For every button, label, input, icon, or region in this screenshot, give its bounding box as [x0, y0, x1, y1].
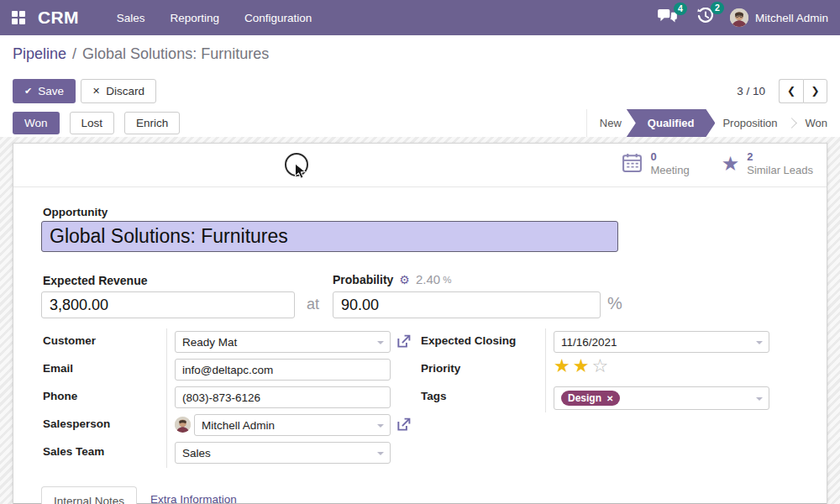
meeting-stat-button[interactable]: 0 Meeting [622, 150, 689, 177]
stage-proposition[interactable]: Proposition [710, 109, 790, 137]
user-avatar [730, 8, 748, 27]
pager-previous-button[interactable]: ❮ [779, 79, 803, 103]
user-menu[interactable]: Mitchell Admin [730, 8, 828, 27]
user-name: Mitchell Admin [755, 12, 828, 24]
phone-input[interactable] [175, 386, 391, 408]
expected-revenue-input[interactable] [41, 291, 295, 318]
status-row: Won Lost Enrich New Qualified Propositio… [0, 109, 840, 137]
stage-new[interactable]: New [587, 109, 634, 137]
menu-configuration[interactable]: Configuration [232, 0, 324, 35]
menu-reporting[interactable]: Reporting [158, 0, 233, 35]
form-sheet: 0 Meeting ★ 2 Similar Leads Opportunity … [13, 143, 827, 504]
mark-won-button[interactable]: Won [13, 112, 60, 134]
apps-grid-icon[interactable] [12, 11, 25, 24]
chevron-right-icon: ❯ [811, 85, 819, 97]
top-navbar: CRM Sales Reporting Configuration 4 [0, 0, 840, 35]
salesperson-external-link-icon[interactable] [396, 417, 411, 432]
meeting-count: 0 [650, 150, 689, 164]
tab-internal-notes[interactable]: Internal Notes [41, 486, 137, 504]
stage-bar: New Qualified Proposition Won [586, 109, 840, 137]
tags-label: Tags [421, 390, 447, 402]
chevron-down-icon [377, 424, 384, 428]
probability-auto-unit: % [443, 275, 451, 285]
customer-external-link-icon[interactable] [396, 334, 411, 349]
probability-input[interactable] [333, 291, 601, 318]
form-header: 0 Meeting ★ 2 Similar Leads [13, 144, 827, 187]
star-filled-icon[interactable]: ★ [554, 355, 573, 376]
chevron-down-icon [377, 452, 384, 455]
star-icon: ★ [722, 154, 740, 174]
calendar-icon [622, 152, 643, 176]
salesperson-label: Salesperson [43, 417, 110, 430]
discard-button[interactable]: ✕ Discard [81, 79, 156, 103]
pager: 3 / 10 ❮ ❯ [737, 79, 827, 103]
star-filled-icon[interactable]: ★ [573, 355, 592, 376]
activities-badge: 2 [711, 2, 724, 14]
tag-remove-icon[interactable]: ✕ [606, 394, 613, 403]
similar-leads-count: 2 [747, 150, 813, 164]
priority-label: Priority [421, 362, 460, 375]
messages-button[interactable]: 4 [654, 6, 681, 29]
similar-leads-stat-button[interactable]: ★ 2 Similar Leads [722, 150, 813, 177]
left-column-divider [166, 328, 167, 468]
customer-label: Customer [43, 334, 96, 347]
opportunity-title-input[interactable] [41, 221, 618, 252]
mouse-cursor-icon [294, 163, 307, 183]
salesperson-avatar [175, 417, 191, 433]
expected-closing-label: Expected Closing [421, 334, 516, 347]
percent-suffix: % [607, 294, 622, 313]
customer-select[interactable]: Ready Mat [175, 331, 391, 353]
priority-stars[interactable]: ★★☆ [554, 355, 611, 377]
meeting-label: Meeting [650, 164, 689, 177]
pager-next-button[interactable]: ❯ [803, 79, 827, 103]
breadcrumb: Pipeline / Global Solutions: Furnitures [0, 35, 840, 72]
right-column-divider [545, 328, 546, 412]
breadcrumb-separator: / [72, 45, 76, 63]
sales-team-label: Sales Team [43, 445, 104, 458]
menu-sales[interactable]: Sales [104, 0, 158, 35]
chevron-down-icon [756, 397, 763, 401]
similar-leads-label: Similar Leads [747, 164, 813, 177]
expected-closing-select[interactable]: 11/16/2021 [554, 331, 769, 353]
breadcrumb-pipeline-link[interactable]: Pipeline [13, 45, 66, 63]
stage-qualified-active[interactable]: Qualified [627, 109, 716, 137]
activities-button[interactable]: 2 [693, 5, 718, 30]
probability-label: Probability [333, 273, 393, 286]
phone-label: Phone [43, 390, 77, 402]
mark-lost-button[interactable]: Lost [70, 112, 115, 134]
star-empty-icon[interactable]: ☆ [591, 355, 611, 376]
close-icon: ✕ [92, 86, 100, 97]
email-label: Email [43, 362, 73, 375]
expected-revenue-label: Expected Revenue [43, 274, 148, 287]
enrich-button[interactable]: Enrich [124, 112, 180, 134]
email-input[interactable] [175, 359, 391, 381]
sales-team-select[interactable]: Sales [175, 442, 391, 464]
salesperson-select[interactable]: Mitchell Admin [194, 414, 391, 436]
pager-counter: 3 / 10 [737, 85, 765, 97]
opportunity-label: Opportunity [43, 206, 108, 218]
gear-icon[interactable]: ⚙ [399, 273, 410, 286]
stage-won[interactable]: Won [793, 109, 840, 137]
at-label: at [307, 296, 319, 313]
crm-form-view: CRM Sales Reporting Configuration 4 [0, 0, 840, 504]
messages-badge: 4 [674, 3, 687, 15]
breadcrumb-current: Global Solutions: Furnitures [82, 45, 269, 63]
tag-design[interactable]: Design ✕ [561, 391, 620, 406]
chevron-down-icon [756, 341, 763, 344]
check-icon: ✔ [24, 86, 32, 97]
save-button[interactable]: ✔ Save [13, 79, 76, 103]
app-name: CRM [38, 8, 79, 28]
tags-select[interactable]: Design ✕ [554, 386, 769, 410]
probability-auto-value: 2.40 [416, 272, 440, 286]
chevron-left-icon: ❮ [787, 85, 795, 97]
control-panel: ✔ Save ✕ Discard 3 / 10 ❮ ❯ [0, 72, 840, 109]
chevron-down-icon [377, 341, 384, 344]
tab-extra-information[interactable]: Extra Information [150, 493, 237, 504]
